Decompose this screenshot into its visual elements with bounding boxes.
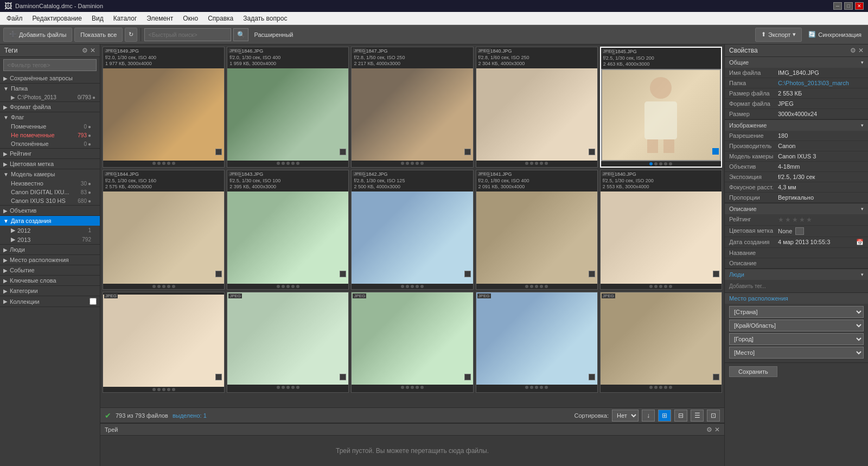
sidebar-saved-queries-header[interactable]: ▶ Сохранённые запросы <box>0 73 100 83</box>
menu-view[interactable]: Вид <box>87 12 108 24</box>
view-details-button[interactable]: ⊡ <box>707 410 720 422</box>
menu-question[interactable]: Задать вопрос <box>239 12 291 24</box>
photo-checkbox-1843[interactable] <box>340 271 346 277</box>
advanced-button[interactable]: Расширенный <box>251 30 296 39</box>
sidebar-item-canon-ixus[interactable]: Canon IXUS 310 HS 680 ● <box>0 196 100 205</box>
minimize-button[interactable]: ─ <box>833 2 842 10</box>
sidebar-file-format-header[interactable]: ▶ Формат файла <box>0 102 100 112</box>
city-dropdown[interactable]: [Город] <box>729 333 864 345</box>
photo-cell-row1-1840[interactable]: IMG_1840.JPG f/2.8, 1/60 сек, ISO 250 2 … <box>476 47 598 168</box>
sidebar-keywords-header[interactable]: ▶ Ключевые слова <box>0 276 100 285</box>
sync-button[interactable]: 🔄 Синхронизация <box>805 29 865 40</box>
sort-direction-button[interactable]: ↓ <box>642 410 655 422</box>
photo-cell-1847[interactable]: IMG_1847.JPG f/2.8, 1/50 сек, ISO 250 2 … <box>351 47 473 168</box>
maximize-button[interactable]: □ <box>844 2 853 10</box>
photo-cell-1843[interactable]: IMG_1843.JPG f/2.5, 1/30 сек, ISO 100 2 … <box>227 170 349 290</box>
sidebar-location-header[interactable]: ▶ Место расположения <box>0 255 100 265</box>
general-section-header[interactable]: Общие ▾ <box>725 57 868 68</box>
photo-cell-r3-1[interactable]: JPEG <box>103 292 225 393</box>
photo-cell-1844[interactable]: IMG_1844.JPG f/2.5, 1/30 сек, ISO 160 2 … <box>103 170 225 290</box>
photo-checkbox-r3-3[interactable] <box>464 374 471 380</box>
menu-file[interactable]: Файл <box>2 12 27 24</box>
sidebar-color-label-header[interactable]: ▶ Цветовая метка <box>0 159 100 169</box>
collections-checkbox[interactable] <box>90 298 97 305</box>
photo-checkbox-1847[interactable] <box>464 149 471 155</box>
save-button[interactable]: Сохранить <box>729 366 777 377</box>
photo-cell-1841[interactable]: IMG_1841.JPG f/2.0, 1/80 сек, ISO 400 2 … <box>476 170 598 290</box>
people-section-header[interactable]: Люди ▾ <box>725 269 868 280</box>
star-2[interactable]: ★ <box>785 216 791 224</box>
sidebar-item-canon-digital[interactable]: Canon DIGITAL IXU... 83 ● <box>0 188 100 196</box>
location-section-header[interactable]: Место расположения <box>725 293 868 304</box>
properties-close-icon[interactable]: ✕ <box>858 47 864 54</box>
sidebar-people-header[interactable]: ▶ Люди <box>0 245 100 254</box>
tray-close-icon[interactable]: ✕ <box>714 426 720 433</box>
prop-val-folder[interactable]: C:\Photos_2013\03_march <box>778 80 864 86</box>
photo-cell-r3-5[interactable]: JPEG <box>600 292 722 393</box>
sidebar-lens-header[interactable]: ▶ Объектив <box>0 206 100 215</box>
photo-checkbox-1846[interactable] <box>340 149 346 155</box>
tray-settings-icon[interactable]: ⚙ <box>706 426 712 433</box>
photo-checkbox-r3-5[interactable] <box>713 374 719 380</box>
photo-checkbox-r3-1[interactable] <box>215 374 222 380</box>
close-button[interactable]: ✕ <box>855 2 864 10</box>
photo-cell-r3-3[interactable]: JPEG <box>351 292 473 393</box>
sidebar-item-marked[interactable]: Помеченные 0 ● <box>0 122 100 131</box>
photo-cell-1846[interactable]: IMG_1846.JPG f/2.0, 1/30 сек, ISO 400 1 … <box>227 47 349 168</box>
add-files-button[interactable]: ➕ Добавить файлы <box>3 28 72 42</box>
country-dropdown[interactable]: [Страна] <box>729 306 864 318</box>
search-button[interactable]: 🔍 <box>233 28 248 41</box>
properties-settings-icon[interactable]: ⚙ <box>850 47 856 54</box>
view-grid-button[interactable]: ⊞ <box>658 410 671 422</box>
menu-help[interactable]: Справка <box>203 12 238 24</box>
region-dropdown[interactable]: [Край/Область] <box>729 320 864 331</box>
photo-checkbox-r3-2[interactable] <box>340 374 346 380</box>
sidebar-item-not-marked[interactable]: Не помеченные 793 ● <box>0 131 100 139</box>
refresh-button[interactable]: ↻ <box>125 28 137 42</box>
sidebar-item-2012[interactable]: ▶ 2012 1 <box>0 226 100 235</box>
sidebar-rating-header[interactable]: ▶ Рейтинг <box>0 149 100 158</box>
menu-window[interactable]: Окно <box>178 12 202 24</box>
photo-cell-1845[interactable]: IMG_1845.JPG f/2.5, 1/30 сек, ISO 200 2 … <box>600 47 722 168</box>
sidebar-settings-icon[interactable]: ⚙ <box>82 47 88 54</box>
photo-cell-r3-2[interactable]: JPEG <box>227 292 349 393</box>
sidebar-camera-model-header[interactable]: ▼ Модель камеры <box>0 169 100 179</box>
menu-edit[interactable]: Редактирование <box>28 12 86 24</box>
sidebar-folder-header[interactable]: ▼ Папка <box>0 84 100 93</box>
photo-checkbox-1844[interactable] <box>215 271 222 277</box>
photo-cell-r3-4[interactable]: JPEG <box>476 292 598 393</box>
star-5[interactable]: ★ <box>806 216 812 224</box>
sidebar-item-2013[interactable]: ▶ 2013 792 <box>0 235 100 244</box>
sidebar-item-unknown-camera[interactable]: Неизвестно 30 ● <box>0 179 100 188</box>
place-dropdown[interactable]: [Место] <box>729 347 864 359</box>
sort-dropdown[interactable]: Нет <box>612 410 639 422</box>
photo-cell-1849[interactable]: IMG_1849.JPG f/2.0, 1/30 сек, ISO 400 1 … <box>103 47 225 168</box>
sidebar-collections-header[interactable]: ▶ Коллекции <box>0 296 100 307</box>
sidebar-date-header[interactable]: ▼ Дата создания <box>0 216 100 226</box>
search-input[interactable] <box>144 28 231 41</box>
sidebar-event-header[interactable]: ▶ Событие <box>0 265 100 275</box>
star-1[interactable]: ★ <box>778 216 784 224</box>
photo-checkbox-r3-4[interactable] <box>589 374 595 380</box>
star-3[interactable]: ★ <box>792 216 798 224</box>
export-button[interactable]: ⬆ Экспорт ▾ <box>755 28 802 42</box>
photo-checkbox-1849[interactable] <box>215 149 222 155</box>
photo-checkbox-1841[interactable] <box>589 271 595 277</box>
photo-cell-1842[interactable]: IMG_1842.JPG f/2.8, 1/30 сек, ISO 125 2 … <box>351 170 473 290</box>
people-add-tag[interactable]: Добавить тег... <box>729 283 864 289</box>
sidebar-close-icon[interactable]: ✕ <box>90 47 95 54</box>
sidebar-flag-header[interactable]: ▼ Флаг <box>0 112 100 122</box>
photo-checkbox-1842[interactable] <box>464 271 471 277</box>
photo-checkbox-row2-1840[interactable] <box>713 271 719 277</box>
menu-element[interactable]: Элемент <box>142 12 177 24</box>
sidebar-item-rejected[interactable]: Отклонённые 0 ● <box>0 139 100 148</box>
photo-cell-row2-1840[interactable]: IMG_1840.JPG f/2.5, 1/30 сек, ISO 200 2 … <box>600 170 722 290</box>
photo-checkbox-row1-1840[interactable] <box>589 149 595 155</box>
filter-tags-input[interactable] <box>3 59 97 71</box>
photo-checkbox-1845[interactable] <box>712 148 719 155</box>
view-list-button[interactable]: ☰ <box>691 410 704 422</box>
sidebar-categories-header[interactable]: ▶ Категории <box>0 286 100 296</box>
date-calendar-icon[interactable]: 📅 <box>856 239 864 246</box>
color-swatch[interactable] <box>795 227 804 235</box>
status-selected[interactable]: выделено: 1 <box>173 412 207 419</box>
